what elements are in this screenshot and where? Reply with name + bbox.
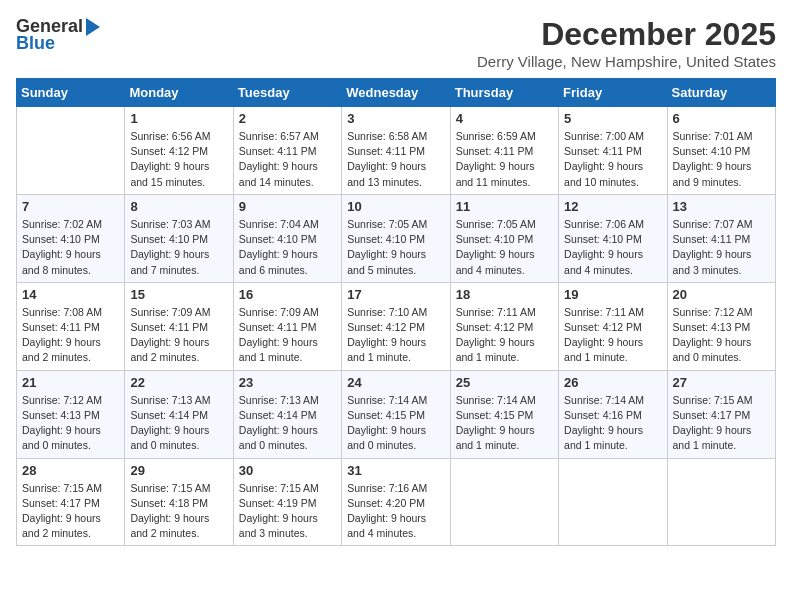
day-cell: 4Sunrise: 6:59 AMSunset: 4:11 PMDaylight…	[450, 107, 558, 195]
day-info: Sunrise: 7:13 AMSunset: 4:14 PMDaylight:…	[239, 393, 336, 454]
day-number: 3	[347, 111, 444, 126]
day-info: Sunrise: 7:09 AMSunset: 4:11 PMDaylight:…	[130, 305, 227, 366]
day-info: Sunrise: 7:15 AMSunset: 4:18 PMDaylight:…	[130, 481, 227, 542]
day-info: Sunrise: 7:00 AMSunset: 4:11 PMDaylight:…	[564, 129, 661, 190]
week-row-3: 21Sunrise: 7:12 AMSunset: 4:13 PMDayligh…	[17, 370, 776, 458]
day-number: 30	[239, 463, 336, 478]
day-number: 23	[239, 375, 336, 390]
day-cell: 24Sunrise: 7:14 AMSunset: 4:15 PMDayligh…	[342, 370, 450, 458]
day-cell: 17Sunrise: 7:10 AMSunset: 4:12 PMDayligh…	[342, 282, 450, 370]
day-number: 10	[347, 199, 444, 214]
day-number: 20	[673, 287, 770, 302]
day-info: Sunrise: 7:15 AMSunset: 4:17 PMDaylight:…	[673, 393, 770, 454]
day-number: 18	[456, 287, 553, 302]
header-thursday: Thursday	[450, 79, 558, 107]
day-info: Sunrise: 7:12 AMSunset: 4:13 PMDaylight:…	[673, 305, 770, 366]
day-cell: 16Sunrise: 7:09 AMSunset: 4:11 PMDayligh…	[233, 282, 341, 370]
day-number: 28	[22, 463, 119, 478]
day-cell: 11Sunrise: 7:05 AMSunset: 4:10 PMDayligh…	[450, 194, 558, 282]
day-info: Sunrise: 7:11 AMSunset: 4:12 PMDaylight:…	[456, 305, 553, 366]
day-info: Sunrise: 7:14 AMSunset: 4:15 PMDaylight:…	[456, 393, 553, 454]
day-cell	[559, 458, 667, 546]
day-number: 27	[673, 375, 770, 390]
day-number: 7	[22, 199, 119, 214]
day-number: 4	[456, 111, 553, 126]
day-number: 29	[130, 463, 227, 478]
day-cell: 30Sunrise: 7:15 AMSunset: 4:19 PMDayligh…	[233, 458, 341, 546]
day-number: 31	[347, 463, 444, 478]
week-row-2: 14Sunrise: 7:08 AMSunset: 4:11 PMDayligh…	[17, 282, 776, 370]
day-cell: 15Sunrise: 7:09 AMSunset: 4:11 PMDayligh…	[125, 282, 233, 370]
day-cell	[667, 458, 775, 546]
day-number: 26	[564, 375, 661, 390]
day-number: 2	[239, 111, 336, 126]
day-info: Sunrise: 7:15 AMSunset: 4:19 PMDaylight:…	[239, 481, 336, 542]
day-cell	[17, 107, 125, 195]
day-info: Sunrise: 7:05 AMSunset: 4:10 PMDaylight:…	[456, 217, 553, 278]
header-friday: Friday	[559, 79, 667, 107]
day-number: 17	[347, 287, 444, 302]
day-cell: 13Sunrise: 7:07 AMSunset: 4:11 PMDayligh…	[667, 194, 775, 282]
day-info: Sunrise: 7:15 AMSunset: 4:17 PMDaylight:…	[22, 481, 119, 542]
day-info: Sunrise: 6:58 AMSunset: 4:11 PMDaylight:…	[347, 129, 444, 190]
week-row-4: 28Sunrise: 7:15 AMSunset: 4:17 PMDayligh…	[17, 458, 776, 546]
day-info: Sunrise: 7:09 AMSunset: 4:11 PMDaylight:…	[239, 305, 336, 366]
day-number: 24	[347, 375, 444, 390]
day-cell: 22Sunrise: 7:13 AMSunset: 4:14 PMDayligh…	[125, 370, 233, 458]
day-info: Sunrise: 7:13 AMSunset: 4:14 PMDaylight:…	[130, 393, 227, 454]
logo-blue: Blue	[16, 33, 55, 54]
day-info: Sunrise: 7:02 AMSunset: 4:10 PMDaylight:…	[22, 217, 119, 278]
day-number: 21	[22, 375, 119, 390]
day-cell	[450, 458, 558, 546]
week-row-0: 1Sunrise: 6:56 AMSunset: 4:12 PMDaylight…	[17, 107, 776, 195]
header-tuesday: Tuesday	[233, 79, 341, 107]
day-number: 11	[456, 199, 553, 214]
day-number: 14	[22, 287, 119, 302]
day-info: Sunrise: 6:57 AMSunset: 4:11 PMDaylight:…	[239, 129, 336, 190]
day-cell: 12Sunrise: 7:06 AMSunset: 4:10 PMDayligh…	[559, 194, 667, 282]
day-number: 15	[130, 287, 227, 302]
day-cell: 19Sunrise: 7:11 AMSunset: 4:12 PMDayligh…	[559, 282, 667, 370]
day-info: Sunrise: 7:10 AMSunset: 4:12 PMDaylight:…	[347, 305, 444, 366]
month-title: December 2025	[477, 16, 776, 53]
day-info: Sunrise: 7:14 AMSunset: 4:16 PMDaylight:…	[564, 393, 661, 454]
day-cell: 2Sunrise: 6:57 AMSunset: 4:11 PMDaylight…	[233, 107, 341, 195]
header-monday: Monday	[125, 79, 233, 107]
day-info: Sunrise: 7:07 AMSunset: 4:11 PMDaylight:…	[673, 217, 770, 278]
calendar-table: SundayMondayTuesdayWednesdayThursdayFrid…	[16, 78, 776, 546]
day-number: 6	[673, 111, 770, 126]
day-cell: 28Sunrise: 7:15 AMSunset: 4:17 PMDayligh…	[17, 458, 125, 546]
day-number: 1	[130, 111, 227, 126]
day-info: Sunrise: 7:04 AMSunset: 4:10 PMDaylight:…	[239, 217, 336, 278]
day-cell: 5Sunrise: 7:00 AMSunset: 4:11 PMDaylight…	[559, 107, 667, 195]
day-cell: 23Sunrise: 7:13 AMSunset: 4:14 PMDayligh…	[233, 370, 341, 458]
day-cell: 6Sunrise: 7:01 AMSunset: 4:10 PMDaylight…	[667, 107, 775, 195]
logo-arrow-icon	[86, 18, 100, 36]
header-sunday: Sunday	[17, 79, 125, 107]
day-info: Sunrise: 6:59 AMSunset: 4:11 PMDaylight:…	[456, 129, 553, 190]
header-saturday: Saturday	[667, 79, 775, 107]
title-area: December 2025 Derry Village, New Hampshi…	[477, 16, 776, 70]
day-info: Sunrise: 7:11 AMSunset: 4:12 PMDaylight:…	[564, 305, 661, 366]
day-number: 19	[564, 287, 661, 302]
day-number: 12	[564, 199, 661, 214]
day-cell: 21Sunrise: 7:12 AMSunset: 4:13 PMDayligh…	[17, 370, 125, 458]
day-cell: 9Sunrise: 7:04 AMSunset: 4:10 PMDaylight…	[233, 194, 341, 282]
day-number: 25	[456, 375, 553, 390]
day-info: Sunrise: 7:01 AMSunset: 4:10 PMDaylight:…	[673, 129, 770, 190]
day-cell: 26Sunrise: 7:14 AMSunset: 4:16 PMDayligh…	[559, 370, 667, 458]
day-info: Sunrise: 7:05 AMSunset: 4:10 PMDaylight:…	[347, 217, 444, 278]
header-wednesday: Wednesday	[342, 79, 450, 107]
day-cell: 25Sunrise: 7:14 AMSunset: 4:15 PMDayligh…	[450, 370, 558, 458]
logo: General Blue	[16, 16, 101, 54]
location-title: Derry Village, New Hampshire, United Sta…	[477, 53, 776, 70]
day-info: Sunrise: 7:12 AMSunset: 4:13 PMDaylight:…	[22, 393, 119, 454]
day-number: 9	[239, 199, 336, 214]
day-cell: 7Sunrise: 7:02 AMSunset: 4:10 PMDaylight…	[17, 194, 125, 282]
day-number: 5	[564, 111, 661, 126]
day-number: 8	[130, 199, 227, 214]
day-cell: 29Sunrise: 7:15 AMSunset: 4:18 PMDayligh…	[125, 458, 233, 546]
header-row: SundayMondayTuesdayWednesdayThursdayFrid…	[17, 79, 776, 107]
day-cell: 3Sunrise: 6:58 AMSunset: 4:11 PMDaylight…	[342, 107, 450, 195]
day-info: Sunrise: 7:14 AMSunset: 4:15 PMDaylight:…	[347, 393, 444, 454]
